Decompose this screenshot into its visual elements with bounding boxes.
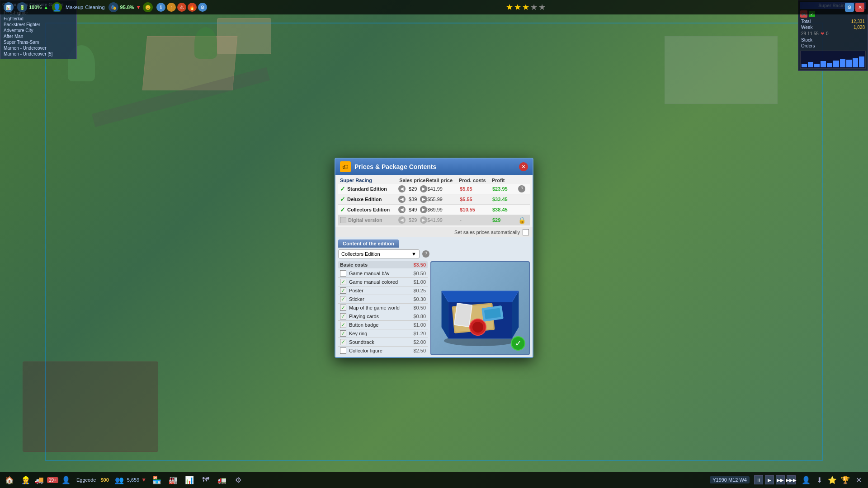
item-name-sticker: Sticker xyxy=(349,296,407,302)
collectors-check[interactable]: ✓ xyxy=(340,206,345,213)
digital-sales-price: $29 xyxy=(406,217,419,223)
content-body: Basic costs $3.50 Game manual b/w $0.50 … xyxy=(338,261,530,355)
box-preview-svg xyxy=(433,268,528,347)
collectors-price-down[interactable]: ◀ xyxy=(398,206,406,213)
item-checkbox-collector-figure[interactable] xyxy=(340,347,346,354)
table-row-standard: ✓ Standard Edition ◀ $29 ▶ $41.99 $5.05 … xyxy=(338,184,530,194)
collectors-profit: $38.45 xyxy=(492,207,518,212)
auto-price-checkbox[interactable] xyxy=(523,229,529,235)
header-super-racing: Super Racing xyxy=(340,178,399,183)
item-game-manual-colored: ✓ Game manual colored $1.00 xyxy=(338,278,428,286)
dialog-header: 🏷 Prices & Package Contents × xyxy=(335,159,533,175)
item-check-icon-sticker: ✓ xyxy=(341,296,345,302)
deluxe-sales-price: $39 xyxy=(406,197,419,202)
digital-checkbox[interactable] xyxy=(340,217,346,223)
digital-profit: $29 xyxy=(492,217,518,223)
deluxe-label: Deluxe Edition xyxy=(347,197,382,202)
table-row-deluxe: ✓ Deluxe Edition ◀ $39 ▶ $55.99 $5.55 $3… xyxy=(338,194,530,205)
edition-selected-value: Collectors Edition xyxy=(341,251,380,257)
standard-prod-cost: $5.05 xyxy=(460,186,492,192)
dialog-close-button[interactable]: × xyxy=(519,162,528,171)
item-name-poster: Poster xyxy=(349,288,407,293)
table-row-collectors: ✓ Collectors Edition ◀ $49 ▶ $69.99 $10.… xyxy=(338,205,530,215)
collectors-price-control[interactable]: ◀ $49 ▶ xyxy=(398,206,427,213)
price-table: Super Racing Sales price Retail price Pr… xyxy=(335,175,533,227)
deluxe-prod-cost: $5.55 xyxy=(460,197,492,202)
basic-costs-value: $3.50 xyxy=(413,262,426,267)
header-retail-price: Retail price xyxy=(426,178,459,183)
deluxe-price-up[interactable]: ▶ xyxy=(420,196,427,203)
svg-point-13 xyxy=(472,322,483,333)
basic-costs-label: Basic costs xyxy=(340,262,368,267)
standard-label: Standard Edition xyxy=(347,186,387,192)
standard-price-up[interactable]: ▶ xyxy=(420,185,427,192)
collectors-retail-price: $69.99 xyxy=(427,207,460,212)
item-check-icon-key-ring: ✓ xyxy=(341,330,345,337)
edition-dropdown[interactable]: Collectors Edition ▼ xyxy=(338,249,420,258)
item-checkbox-playing-cards[interactable]: ✓ xyxy=(340,313,346,319)
digital-price-control[interactable]: ◀ $29 ▶ xyxy=(398,216,427,224)
item-check-icon-poster: ✓ xyxy=(341,287,345,294)
content-tab[interactable]: Content of the edition xyxy=(338,239,399,248)
item-cost-map: $0.50 xyxy=(410,305,426,310)
digital-lock-icon: 🔒 xyxy=(518,216,528,224)
items-list: Basic costs $3.50 Game manual b/w $0.50 … xyxy=(338,261,428,355)
edition-select-row: Collectors Edition ▼ ? xyxy=(338,249,530,258)
deluxe-check[interactable]: ✓ xyxy=(340,196,345,203)
standard-profit: $23.95 xyxy=(492,186,518,192)
item-cost-sticker: $0.30 xyxy=(410,296,426,302)
item-name-map: Map of the game world xyxy=(349,305,407,310)
svg-rect-9 xyxy=(455,304,472,326)
item-checkbox-soundtrack[interactable]: ✓ xyxy=(340,339,346,345)
auto-price-row: Set sales prices automatically xyxy=(335,227,533,237)
dialog-title: Prices & Package Contents xyxy=(354,163,515,170)
digital-price-up[interactable]: ▶ xyxy=(420,216,427,224)
item-checkbox-button-badge[interactable]: ✓ xyxy=(340,322,346,328)
deluxe-profit: $33.45 xyxy=(492,197,518,202)
collectors-sales-price: $49 xyxy=(406,207,419,212)
standard-price-control[interactable]: ◀ $29 ▶ xyxy=(398,185,427,192)
item-checkbox-poster[interactable]: ✓ xyxy=(340,287,346,294)
digital-label: Digital version xyxy=(348,217,382,223)
item-checkbox-sticker[interactable]: ✓ xyxy=(340,296,346,302)
package-preview: ✓ xyxy=(430,261,530,355)
standard-retail-price: $41.99 xyxy=(427,186,460,192)
standard-edition-name: ✓ Standard Edition xyxy=(340,185,398,192)
deluxe-price-control[interactable]: ◀ $39 ▶ xyxy=(398,196,427,203)
standard-help-button[interactable]: ? xyxy=(518,185,525,192)
auto-price-label: Set sales prices automatically xyxy=(454,230,520,235)
header-actions xyxy=(518,178,528,183)
svg-marker-4 xyxy=(442,291,519,302)
item-cost-manual-bw: $0.50 xyxy=(410,271,426,276)
item-check-icon-button-badge: ✓ xyxy=(341,322,345,328)
item-cost-playing-cards: $0.80 xyxy=(410,314,426,319)
basic-costs-header: Basic costs $3.50 xyxy=(338,261,428,268)
table-row-digital: Digital version ◀ $29 ▶ $41.99 - $29 🔒 xyxy=(338,215,530,225)
deluxe-price-down[interactable]: ◀ xyxy=(398,196,406,203)
item-collector-figure: Collector figure $2.50 xyxy=(338,347,428,355)
digital-price-down[interactable]: ◀ xyxy=(398,216,406,224)
standard-price-down[interactable]: ◀ xyxy=(398,185,406,192)
confirm-button[interactable]: ✓ xyxy=(511,336,525,351)
dropdown-chevron-icon: ▼ xyxy=(411,251,416,257)
item-checkbox-manual-colored[interactable]: ✓ xyxy=(340,279,346,285)
header-sales-price: Sales price xyxy=(399,178,425,183)
item-check-icon-soundtrack: ✓ xyxy=(341,339,345,345)
item-checkbox-map[interactable]: ✓ xyxy=(340,305,346,311)
item-checkbox-key-ring[interactable]: ✓ xyxy=(340,330,346,337)
collectors-price-up[interactable]: ▶ xyxy=(420,206,427,213)
item-check-icon-manual-colored: ✓ xyxy=(341,279,345,285)
item-name-key-ring: Key ring xyxy=(349,331,407,336)
edition-help-button[interactable]: ? xyxy=(422,250,429,258)
item-cost-collector-figure: $2.50 xyxy=(410,348,426,353)
deluxe-retail-price: $55.99 xyxy=(427,197,460,202)
item-cost-poster: $0.25 xyxy=(410,288,426,293)
dialog-overlay: 🏷 Prices & Package Contents × Super Raci… xyxy=(0,0,868,488)
item-sticker: ✓ Sticker $0.30 xyxy=(338,295,428,304)
item-poster: ✓ Poster $0.25 xyxy=(338,286,428,295)
item-soundtrack: ✓ Soundtrack $2.00 xyxy=(338,338,428,347)
item-map: ✓ Map of the game world $0.50 xyxy=(338,304,428,312)
standard-check[interactable]: ✓ xyxy=(340,185,345,192)
item-checkbox-manual-bw[interactable] xyxy=(340,270,346,277)
table-header: Super Racing Sales price Retail price Pr… xyxy=(338,177,530,184)
